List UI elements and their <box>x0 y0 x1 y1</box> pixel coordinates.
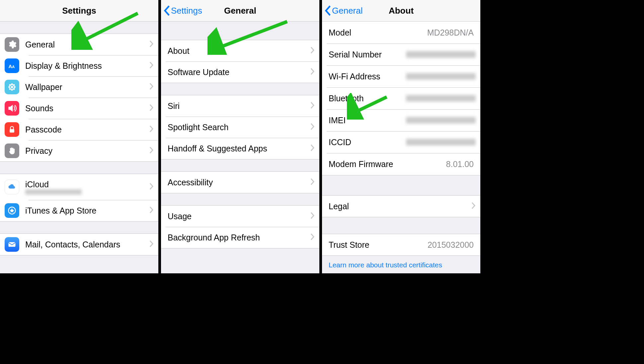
trust-group: Trust Store 2015032000 <box>322 234 480 256</box>
gear-icon <box>5 37 19 52</box>
row-wifi-address[interactable]: Wi-Fi Address <box>322 65 480 87</box>
navbar-general: Settings General <box>161 0 319 22</box>
value-blurred <box>406 51 476 58</box>
row-label: IMEI <box>329 116 406 125</box>
row-wallpaper[interactable]: Wallpaper <box>0 76 158 98</box>
chevron-right-icon <box>310 233 315 242</box>
row-label: Mail, Contacts, Calendars <box>25 240 149 249</box>
chevron-right-icon <box>471 202 476 211</box>
chevron-right-icon <box>149 183 154 191</box>
row-label: Wallpaper <box>25 82 149 92</box>
row-itunes[interactable]: iTunes & App Store <box>0 200 158 221</box>
row-label: Trust Store <box>329 240 428 250</box>
row-label: Usage <box>168 212 310 221</box>
row-general[interactable]: General <box>0 34 158 55</box>
row-iccid[interactable]: ICCID <box>322 131 480 153</box>
row-bluetooth[interactable]: Bluetooth <box>322 87 480 109</box>
row-mail[interactable]: Mail, Contacts, Calendars <box>0 234 158 255</box>
svg-point-5 <box>8 86 10 88</box>
svg-rect-11 <box>10 129 14 133</box>
row-sounds[interactable]: Sounds <box>0 98 158 119</box>
general-group-3: Accessibility <box>161 171 319 193</box>
svg-point-9 <box>9 88 11 90</box>
navbar-about: General About <box>322 0 480 22</box>
row-label: Accessibility <box>168 178 310 187</box>
row-model[interactable]: Model MD298DN/A <box>322 22 480 44</box>
value-blurred <box>406 95 476 102</box>
row-label: Passcode <box>25 125 149 135</box>
row-label: Spotlight Search <box>168 123 310 132</box>
row-handoff[interactable]: Handoff & Suggested Apps <box>161 138 319 159</box>
trusted-certs-link[interactable]: Learn more about trusted certificates <box>322 256 480 273</box>
page-title: Settings <box>62 6 96 16</box>
general-group-1: About Software Update <box>161 40 319 83</box>
row-label: Handoff & Suggested Apps <box>168 144 310 153</box>
row-privacy[interactable]: Privacy <box>0 140 158 161</box>
settings-group-3: Mail, Contacts, Calendars <box>0 233 158 255</box>
cloud-icon <box>5 180 19 194</box>
row-bg-refresh[interactable]: Background App Refresh <box>161 227 319 248</box>
row-label: Modem Firmware <box>329 159 446 169</box>
back-button[interactable]: General <box>325 5 363 16</box>
value-blurred <box>406 139 476 145</box>
row-accessibility[interactable]: Accessibility <box>161 172 319 193</box>
chevron-right-icon <box>149 83 154 91</box>
back-label: Settings <box>171 6 202 16</box>
icloud-email-blurred <box>25 189 82 195</box>
row-imei[interactable]: IMEI <box>322 109 480 131</box>
settings-screen: Settings General AA Display & Brightness… <box>0 0 161 273</box>
row-about[interactable]: About <box>161 40 319 61</box>
row-label: About <box>168 46 310 56</box>
general-group-4: Usage Background App Refresh <box>161 205 319 248</box>
row-passcode[interactable]: Passcode <box>0 119 158 140</box>
row-label: ICCID <box>329 137 406 147</box>
about-screen: General About Model MD298DN/A Serial Num… <box>322 0 483 273</box>
chevron-right-icon <box>310 144 315 153</box>
chevron-right-icon <box>310 123 315 132</box>
back-button[interactable]: Settings <box>164 5 202 16</box>
hand-icon <box>5 143 19 158</box>
row-label: Siri <box>168 101 310 111</box>
chevron-right-icon <box>310 46 315 55</box>
row-label: Bluetooth <box>329 94 406 103</box>
general-screen: Settings General About Software Update S… <box>161 0 322 273</box>
row-trust-store[interactable]: Trust Store 2015032000 <box>322 234 480 255</box>
svg-point-3 <box>11 83 13 85</box>
row-label: iTunes & App Store <box>25 206 149 216</box>
flower-icon <box>5 80 19 94</box>
value-blurred <box>406 117 476 124</box>
row-label: iCloud <box>25 180 149 189</box>
settings-group-2: iCloud iTunes & App Store <box>0 174 158 222</box>
row-icloud[interactable]: iCloud <box>0 174 158 200</box>
svg-text:A: A <box>12 64 15 69</box>
row-value: MD298DN/A <box>427 28 474 38</box>
row-software-update[interactable]: Software Update <box>161 61 319 83</box>
chevron-right-icon <box>310 178 315 187</box>
row-label: Model <box>329 28 427 38</box>
svg-point-2 <box>11 86 13 88</box>
svg-point-7 <box>9 84 11 86</box>
row-siri[interactable]: Siri <box>161 95 319 117</box>
row-modem-firmware[interactable]: Modem Firmware 8.01.00 <box>322 153 480 175</box>
row-serial[interactable]: Serial Number <box>322 44 480 65</box>
chevron-right-icon <box>149 40 154 49</box>
chevron-right-icon <box>149 146 154 155</box>
page-title: About <box>389 6 414 16</box>
about-info-group: Model MD298DN/A Serial Number Wi-Fi Addr… <box>322 22 480 175</box>
chevron-right-icon <box>310 102 315 110</box>
row-label: Privacy <box>25 146 149 156</box>
row-label: Sounds <box>25 104 149 113</box>
row-spotlight[interactable]: Spotlight Search <box>161 117 319 138</box>
row-usage[interactable]: Usage <box>161 206 319 227</box>
svg-text:A: A <box>9 63 12 69</box>
row-label: Legal <box>329 202 471 211</box>
chevron-right-icon <box>149 206 154 215</box>
svg-point-8 <box>13 84 15 86</box>
svg-rect-13 <box>9 242 16 247</box>
chevron-right-icon <box>149 61 154 70</box>
row-label: Background App Refresh <box>168 233 310 242</box>
row-label: Display & Brightness <box>25 61 149 71</box>
row-display[interactable]: AA Display & Brightness <box>0 55 158 76</box>
row-legal[interactable]: Legal <box>322 196 480 217</box>
back-label: General <box>332 6 363 16</box>
